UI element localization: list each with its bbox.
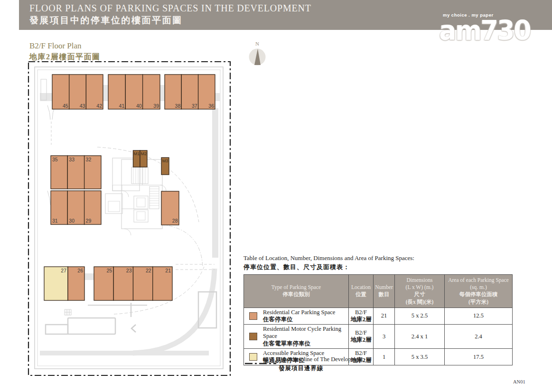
parking-space-m1-label: M1 bbox=[133, 151, 140, 156]
row1-area: 12.5 bbox=[445, 308, 513, 325]
parking-space-22-label: 22 bbox=[146, 268, 151, 273]
parking-space-32-label: 32 bbox=[86, 157, 92, 162]
col-header-location: Location 位置 bbox=[349, 275, 374, 308]
logo-brand-text: am730 bbox=[439, 18, 538, 43]
row2-location-en: B2/F bbox=[350, 329, 372, 336]
row1-location-zh: 地庫2層 bbox=[350, 316, 372, 323]
col-header-number-en: Number bbox=[374, 284, 393, 291]
compass-icon bbox=[246, 47, 268, 66]
plan-heading-en: B2/F Floor Plan bbox=[29, 41, 101, 51]
north-compass: N bbox=[246, 41, 268, 68]
col-header-type: Type of Parking Space 停車位類別 bbox=[244, 275, 349, 308]
row2-type-en: Residential Motor Cycle Parking Space bbox=[263, 326, 347, 340]
col-header-area-line2: 每個停車位面積 bbox=[446, 291, 511, 298]
parking-space-45-label: 45 bbox=[63, 103, 68, 109]
col-header-type-en: Type of Parking Space bbox=[245, 284, 347, 291]
parking-space-39-label: 39 bbox=[153, 103, 159, 109]
parking-space-42-label: 42 bbox=[96, 103, 102, 109]
parking-space-33-label: 33 bbox=[69, 157, 75, 162]
parking-spaces-table: Type of Parking Space 停車位類別 Location 位置 … bbox=[243, 274, 513, 365]
boundary-line-icon bbox=[245, 362, 276, 365]
col-header-dimensions: Dimensions (L x W) (m.) 尺寸 (長x 闊)(米) bbox=[395, 275, 445, 308]
col-header-location-zh: 位置 bbox=[350, 291, 372, 298]
parking-space-30-label: 30 bbox=[69, 218, 75, 224]
row1-location-en: B2/F bbox=[350, 309, 372, 316]
row2-location-zh: 地庫2層 bbox=[350, 336, 372, 344]
col-header-area-line1: Area of each Parking Space (sq. m.) bbox=[446, 277, 511, 291]
col-header-area: Area of each Parking Space (sq. m.) 每個停車… bbox=[445, 275, 513, 308]
parking-space-35-label: 35 bbox=[52, 157, 58, 162]
row2-dimensions: 2.4 x 1 bbox=[395, 325, 445, 349]
drive-arrow-icon bbox=[131, 325, 136, 332]
parking-space-31-label: 31 bbox=[52, 218, 58, 224]
floor-plan: 45 43 42 41 40 39 38 37 36 35 33 32 31 3… bbox=[21, 58, 235, 383]
legend: Boundary line of The Development 發展項目邊界線 bbox=[243, 356, 363, 373]
core-structure bbox=[105, 158, 169, 235]
col-header-dims-line2: (L x W) (m.) bbox=[396, 284, 443, 291]
col-header-dims-line4: (長x 闊)(米) bbox=[396, 299, 443, 306]
table-note-zh: 停車位位置、數目、尺寸及面積表： bbox=[243, 263, 414, 271]
parking-space-m3-label: M3 bbox=[162, 159, 168, 163]
table-row-residential-car: Residential Car Parking Space 住客停車位 B2/F… bbox=[244, 308, 513, 325]
row2-number: 3 bbox=[374, 325, 395, 349]
parking-space-36-label: 36 bbox=[208, 103, 214, 109]
parking-space-23-label: 23 bbox=[126, 268, 132, 273]
parking-space-38-label: 38 bbox=[175, 103, 181, 109]
row2-area: 2.4 bbox=[445, 325, 513, 349]
residential-car-swatch bbox=[249, 312, 257, 320]
row2-type-zh: 住客電單車停車位 bbox=[263, 340, 347, 347]
parking-space-27-label: 27 bbox=[61, 268, 66, 273]
parking-space-43-label: 43 bbox=[80, 103, 85, 109]
parking-spaces bbox=[44, 75, 215, 300]
row1-number: 21 bbox=[374, 308, 395, 325]
parking-space-26-label: 26 bbox=[77, 268, 83, 273]
row1-type-en: Residential Car Parking Space bbox=[263, 309, 335, 316]
parking-space-21-label: 21 bbox=[165, 268, 171, 273]
parking-space-m2-label: M2 bbox=[140, 151, 147, 156]
col-header-area-line3: (平方米) bbox=[446, 299, 511, 306]
table-note-en: Table of Location, Number, Dimensions an… bbox=[243, 254, 414, 262]
row1-type-zh: 住客停車位 bbox=[263, 316, 335, 323]
row3-number: 1 bbox=[374, 348, 395, 365]
parking-space-25-label: 25 bbox=[107, 268, 112, 273]
page-code: AN01 bbox=[513, 379, 525, 384]
parking-space-29-label: 29 bbox=[86, 218, 92, 224]
brochure-page: FLOOR PLANS OF PARKING SPACES IN THE DEV… bbox=[0, 0, 552, 392]
col-header-location-en: Location bbox=[350, 284, 372, 291]
row3-dimensions: 5 x 3.5 bbox=[395, 348, 445, 365]
row3-area: 17.5 bbox=[445, 348, 513, 365]
am730-logo: my choice . my paper am730 bbox=[439, 12, 543, 43]
parking-space-41-label: 41 bbox=[119, 103, 125, 109]
col-header-number: Number 數目 bbox=[374, 275, 395, 308]
compass-n-label: N bbox=[246, 41, 268, 47]
row1-dimensions: 5 x 2.5 bbox=[395, 308, 445, 325]
parking-space-37-label: 37 bbox=[192, 103, 197, 109]
col-header-dims-line1: Dimensions bbox=[396, 277, 443, 284]
parking-space-28-label: 28 bbox=[172, 218, 178, 224]
legend-label-en: Boundary line of The Development bbox=[279, 356, 363, 363]
motor-cycle-swatch bbox=[249, 333, 257, 340]
col-header-number-zh: 數目 bbox=[374, 291, 393, 298]
col-header-dims-line3: 尺寸 bbox=[396, 291, 443, 298]
parking-space-40-label: 40 bbox=[136, 103, 142, 109]
table-row-motor-cycle: Residential Motor Cycle Parking Space 住客… bbox=[244, 325, 513, 349]
table-note: Table of Location, Number, Dimensions an… bbox=[243, 254, 414, 271]
legend-label-zh: 發展項目邊界線 bbox=[279, 364, 363, 373]
col-header-type-zh: 停車位類別 bbox=[245, 291, 347, 298]
